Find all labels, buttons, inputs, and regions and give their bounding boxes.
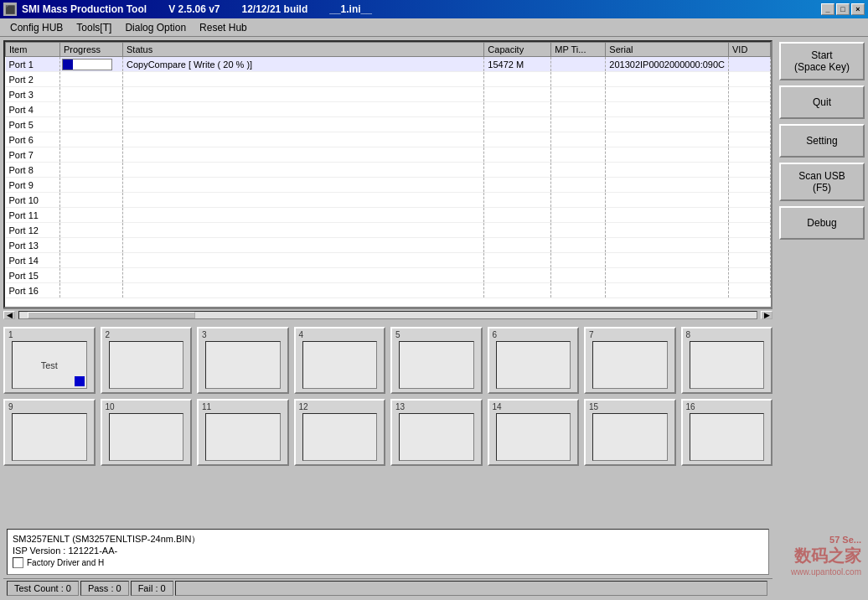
col-progress: Progress	[60, 43, 123, 57]
menu-tools[interactable]: Tools[T]	[70, 20, 118, 35]
grid-cell-inner	[592, 341, 668, 389]
grid-cell-number: 16	[686, 402, 695, 411]
cell-mpti	[551, 102, 606, 117]
cell-mpti	[551, 208, 606, 223]
grid-cell-number: 7	[589, 330, 594, 339]
cell-progress	[60, 238, 123, 253]
col-mpti: MP Ti...	[551, 43, 606, 57]
cell-serial	[606, 208, 729, 223]
grid-cell: 4	[294, 327, 386, 394]
grid-cell-number: 12	[299, 402, 308, 411]
cell-mpti	[551, 253, 606, 268]
cell-status	[123, 117, 484, 132]
grid-cell: 1Test	[3, 327, 96, 394]
grid-cell: 10	[101, 399, 193, 466]
debug-button[interactable]: Debug	[779, 206, 865, 240]
cell-progress	[60, 147, 123, 163]
cell-item: Port 13	[6, 238, 60, 253]
cell-vid	[729, 223, 771, 238]
col-serial: Serial	[606, 43, 729, 57]
cell-status	[123, 193, 484, 208]
scan-button[interactable]: Scan USB (F5)	[779, 163, 865, 201]
pass-count: Pass : 0	[80, 581, 129, 596]
grid-cell: 5	[390, 327, 483, 394]
cell-capacity	[484, 147, 551, 163]
scrollbar-thumb[interactable]	[28, 312, 195, 318]
grid-cell-label: Test	[41, 360, 58, 370]
cell-capacity	[484, 87, 551, 102]
grid-cell: 7	[584, 327, 676, 394]
cell-capacity	[484, 268, 551, 283]
grid-cell-inner	[592, 413, 668, 461]
cell-mpti	[551, 193, 606, 208]
table-container: Item Progress Status Capacity MP Ti... S…	[3, 40, 772, 308]
maximize-button[interactable]: □	[836, 3, 850, 15]
grid-cell-inner: Test	[12, 341, 87, 389]
grid-cell-inner	[109, 341, 184, 389]
cell-serial	[606, 87, 729, 102]
setting-button[interactable]: Setting	[779, 124, 865, 158]
cell-serial	[606, 223, 729, 238]
grid-cell-inner	[205, 413, 281, 461]
grid-cell-number: 10	[106, 402, 115, 411]
grid-cell-inner	[302, 341, 378, 389]
cell-item: Port 2	[6, 72, 60, 87]
scroll-left-button[interactable]: ◀	[3, 311, 15, 319]
menu-config-hub[interactable]: Config HUB	[3, 20, 70, 35]
start-button[interactable]: Start (Space Key)	[779, 42, 865, 80]
table-row: Port 4	[6, 102, 771, 117]
cell-capacity	[484, 117, 551, 132]
cell-vid	[729, 57, 771, 72]
cell-progress	[60, 223, 123, 238]
grid-cell: 13	[390, 399, 483, 466]
cell-serial	[606, 163, 729, 178]
table-row: Port 14	[6, 253, 771, 268]
grid-cell-number: 15	[589, 402, 598, 411]
grid-section: 1Test2345678 910111213141516	[3, 327, 772, 525]
cell-vid	[729, 268, 771, 283]
cell-progress	[60, 193, 123, 208]
cell-progress	[60, 178, 123, 193]
cell-capacity	[484, 72, 551, 87]
table-row: Port 7	[6, 147, 771, 163]
grid-cell-inner	[12, 413, 87, 461]
cell-serial	[606, 193, 729, 208]
grid-cell-inner	[399, 413, 474, 461]
menu-dialog-option[interactable]: Dialog Option	[118, 20, 193, 35]
cell-mpti	[551, 178, 606, 193]
close-button[interactable]: ×	[851, 3, 865, 15]
cell-vid	[729, 253, 771, 268]
cell-capacity	[484, 283, 551, 298]
cell-status	[123, 132, 484, 147]
cell-vid	[729, 87, 771, 102]
info-bar: SM3257ENLT (SM3257ENLTISP-24nm.BIN） ISP …	[7, 529, 769, 575]
cell-vid	[729, 102, 771, 117]
cell-item: Port 10	[6, 193, 60, 208]
scroll-right-button[interactable]: ▶	[761, 311, 772, 319]
grid-cell: 3	[197, 327, 289, 394]
factory-label: Factory Driver and H	[27, 558, 104, 567]
cell-status	[123, 253, 484, 268]
factory-checkbox[interactable]	[13, 557, 23, 568]
menu-reset-hub[interactable]: Reset Hub	[193, 20, 254, 35]
status-empty	[175, 581, 767, 596]
cell-status	[123, 208, 484, 223]
cell-serial	[606, 132, 729, 147]
cell-item: Port 3	[6, 87, 60, 102]
cell-status	[123, 163, 484, 178]
cell-capacity: 15472 M	[484, 57, 551, 72]
status-bar: Test Count : 0 Pass : 0 Fail : 0	[3, 578, 772, 597]
quit-button[interactable]: Quit	[779, 85, 865, 119]
cell-progress	[60, 102, 123, 117]
cell-status	[123, 178, 484, 193]
grid-cell-number: 3	[202, 330, 207, 339]
app-version: V 2.5.06 v7	[168, 3, 220, 15]
cell-status	[123, 87, 484, 102]
cell-item: Port 14	[6, 253, 60, 268]
info-line1: SM3257ENLT (SM3257ENLTISP-24nm.BIN）	[13, 533, 763, 546]
cell-capacity	[484, 208, 551, 223]
cell-serial	[606, 102, 729, 117]
grid-cell-inner	[496, 341, 571, 389]
cell-serial	[606, 178, 729, 193]
minimize-button[interactable]: _	[821, 3, 834, 15]
